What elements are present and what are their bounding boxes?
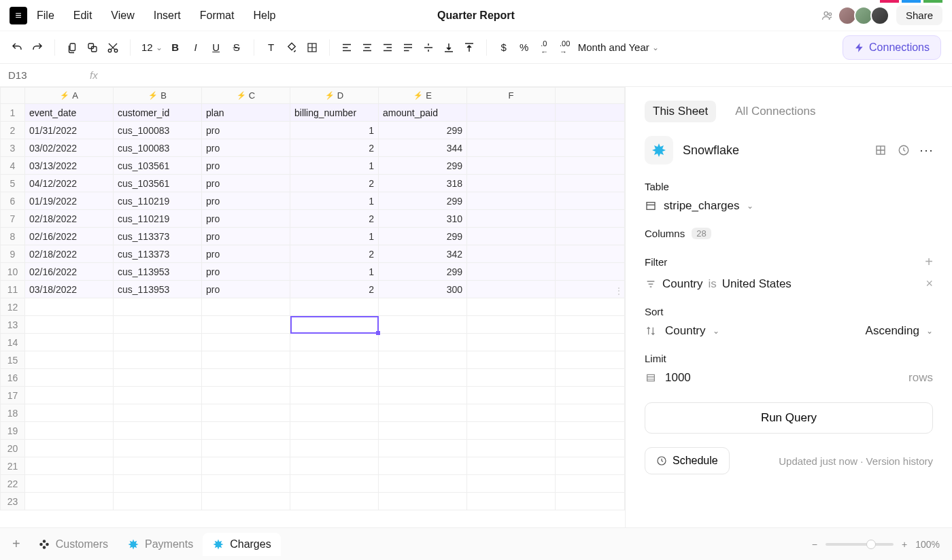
row-header[interactable]: 7 <box>1 210 25 228</box>
row-header[interactable]: 9 <box>1 245 25 263</box>
row-header[interactable]: 17 <box>1 387 25 404</box>
header-cell[interactable]: amount_paid <box>379 104 467 122</box>
row-header[interactable]: 13 <box>1 316 25 334</box>
empty-cell[interactable] <box>556 298 625 316</box>
menu-help[interactable]: Help <box>253 10 275 22</box>
add-sheet-button[interactable]: + <box>12 536 20 552</box>
empty-cell[interactable] <box>467 493 556 510</box>
data-cell[interactable]: 299 <box>379 228 467 245</box>
empty-cell[interactable] <box>379 422 467 440</box>
table-dropdown[interactable]: stripe_charges⌄ <box>664 199 753 213</box>
empty-cell[interactable] <box>379 493 467 510</box>
empty-cell[interactable] <box>290 457 379 475</box>
data-cell[interactable]: 01/19/2022 <box>25 192 114 210</box>
data-cell[interactable]: 342 <box>379 245 467 263</box>
data-cell[interactable]: 2 <box>290 245 379 263</box>
empty-cell[interactable] <box>467 334 556 351</box>
data-cell[interactable]: 300 <box>379 281 467 298</box>
empty-cell[interactable] <box>379 475 467 493</box>
data-cell[interactable]: 01/31/2022 <box>25 122 114 139</box>
header-cell[interactable]: event_date <box>25 104 114 122</box>
empty-cell[interactable] <box>114 387 202 404</box>
zoom-out-button[interactable]: − <box>812 539 817 550</box>
empty-cell[interactable] <box>556 387 625 404</box>
menu-edit[interactable]: Edit <box>73 10 92 22</box>
empty-cell[interactable] <box>114 298 202 316</box>
empty-cell[interactable] <box>114 457 202 475</box>
empty-cell[interactable] <box>25 369 114 387</box>
app-logo[interactable]: ≡ <box>10 7 27 24</box>
empty-cell[interactable] <box>25 457 114 475</box>
empty-cell[interactable] <box>114 334 202 351</box>
empty-cell[interactable] <box>556 457 625 475</box>
zoom-in-button[interactable]: + <box>902 539 907 550</box>
collaborator-avatars[interactable] <box>840 6 889 25</box>
sort-field-dropdown[interactable]: Country⌄ <box>665 324 719 338</box>
borders-icon[interactable] <box>306 41 318 54</box>
spreadsheet-grid[interactable]: ⚡A⚡B⚡C⚡D⚡EF1event_datecustomer_idplanbil… <box>0 87 626 527</box>
data-cell[interactable]: pro <box>202 281 290 298</box>
empty-cell[interactable] <box>202 422 290 440</box>
cut-icon[interactable] <box>107 41 119 54</box>
schedule-button[interactable]: Schedule <box>645 447 730 474</box>
empty-cell[interactable] <box>556 316 625 334</box>
avatar[interactable] <box>870 6 889 25</box>
empty-cell[interactable] <box>379 316 467 334</box>
column-header[interactable]: F <box>467 88 556 104</box>
data-cell[interactable]: pro <box>202 228 290 245</box>
empty-cell[interactable] <box>290 404 379 422</box>
empty-cell[interactable] <box>379 369 467 387</box>
italic-icon[interactable]: I <box>190 41 202 54</box>
empty-cell[interactable] <box>379 298 467 316</box>
empty-cell[interactable] <box>467 369 556 387</box>
empty-cell[interactable] <box>290 334 379 351</box>
empty-cell[interactable] <box>202 457 290 475</box>
empty-cell[interactable] <box>379 387 467 404</box>
row-header[interactable]: 22 <box>1 475 25 493</box>
sheet-tab[interactable]: Customers <box>29 533 118 556</box>
header-cell[interactable]: customer_id <box>114 104 202 122</box>
empty-cell[interactable] <box>467 351 556 369</box>
empty-cell[interactable] <box>114 351 202 369</box>
empty-cell[interactable] <box>202 369 290 387</box>
fill-color-icon[interactable] <box>286 41 298 54</box>
row-header[interactable]: 6 <box>1 192 25 210</box>
row-header[interactable]: 18 <box>1 404 25 422</box>
empty-cell[interactable] <box>114 422 202 440</box>
empty-cell[interactable] <box>25 422 114 440</box>
empty-cell[interactable] <box>25 316 114 334</box>
add-filter-button[interactable]: + <box>925 254 933 270</box>
data-cell[interactable]: 02/16/2022 <box>25 263 114 281</box>
empty-cell[interactable] <box>290 493 379 510</box>
menu-file[interactable]: File <box>37 10 54 22</box>
data-cell[interactable]: pro <box>202 122 290 139</box>
redo-icon[interactable] <box>31 41 44 54</box>
data-cell[interactable]: 1 <box>290 157 379 175</box>
column-header[interactable]: ⚡C <box>202 88 290 104</box>
data-cell[interactable]: 2 <box>290 281 379 298</box>
column-header[interactable]: ⚡A <box>25 88 114 104</box>
decrease-decimal-icon[interactable]: .0← <box>539 41 551 54</box>
sort-direction-dropdown[interactable]: Ascending⌄ <box>866 324 933 338</box>
empty-cell[interactable] <box>467 298 556 316</box>
data-cell[interactable]: cus_100083 <box>114 122 202 139</box>
empty-cell[interactable] <box>114 440 202 457</box>
empty-cell[interactable] <box>290 316 379 334</box>
cell-reference[interactable]: D13 <box>8 69 90 81</box>
data-cell[interactable]: 03/13/2022 <box>25 157 114 175</box>
data-cell[interactable]: 04/12/2022 <box>25 175 114 192</box>
font-size-dropdown[interactable]: 12⌄ <box>141 41 163 53</box>
empty-cell[interactable] <box>467 387 556 404</box>
data-cell[interactable]: cus_110219 <box>114 210 202 228</box>
data-cell[interactable]: cus_100083 <box>114 139 202 157</box>
menu-insert[interactable]: Insert <box>154 10 181 22</box>
empty-cell[interactable] <box>25 404 114 422</box>
run-query-button[interactable]: Run Query <box>645 402 933 434</box>
empty-cell[interactable] <box>114 369 202 387</box>
empty-cell[interactable] <box>114 493 202 510</box>
undo-icon[interactable] <box>11 41 23 54</box>
zoom-slider[interactable] <box>826 543 894 546</box>
empty-cell[interactable] <box>202 493 290 510</box>
column-header[interactable]: ⚡E <box>379 88 467 104</box>
data-cell[interactable]: 299 <box>379 157 467 175</box>
